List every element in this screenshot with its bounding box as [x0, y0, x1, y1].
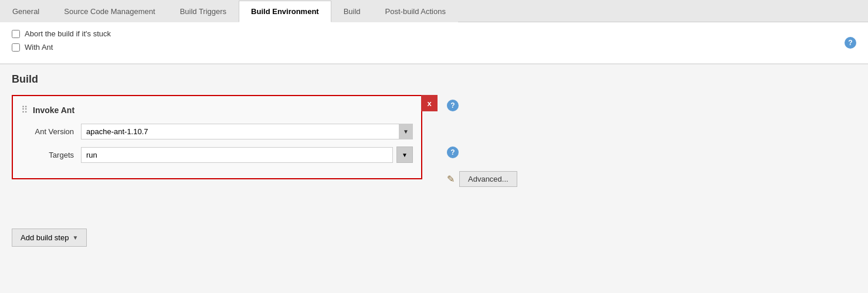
- tab-source-code-management[interactable]: Source Code Management: [52, 1, 167, 22]
- bottom-bar: Add build step ▼: [12, 222, 856, 254]
- targets-input[interactable]: [81, 147, 393, 163]
- ant-version-control: apache-ant-1.10.7 ▼: [81, 124, 413, 139]
- add-build-step-label: Add build step: [21, 233, 69, 242]
- ant-version-select[interactable]: apache-ant-1.10.7: [81, 124, 413, 139]
- tab-build-environment[interactable]: Build Environment: [239, 1, 331, 22]
- ant-version-select-wrapper: apache-ant-1.10.7 ▼: [81, 124, 413, 139]
- ant-version-label: Ant Version: [21, 127, 74, 136]
- advanced-area: ✎ Advanced...: [447, 171, 517, 187]
- tab-general[interactable]: General: [0, 1, 52, 22]
- build-section: Build ⠿ Invoke Ant Ant Version: [0, 64, 868, 293]
- abort-build-row: Abort the build if it's stuck: [12, 29, 856, 38]
- tab-post-build-actions[interactable]: Post-build Actions: [373, 1, 458, 22]
- env-help-icon[interactable]: ?: [845, 37, 856, 49]
- main-content: Abort the build if it's stuck With Ant ?…: [0, 22, 868, 293]
- invoke-ant-title: Invoke Ant: [33, 105, 74, 115]
- targets-help-icon[interactable]: ?: [447, 146, 459, 158]
- edit-icon: ✎: [447, 173, 455, 185]
- targets-dropdown-arrow-icon: ▼: [402, 152, 408, 158]
- targets-row: Targets ▼: [21, 146, 413, 163]
- page-wrapper: General Source Code Management Build Tri…: [0, 0, 868, 293]
- with-ant-row: With Ant: [12, 43, 856, 52]
- env-section: Abort the build if it's stuck With Ant ?: [0, 22, 868, 64]
- with-ant-label: With Ant: [25, 43, 53, 52]
- tab-build-triggers[interactable]: Build Triggers: [168, 1, 239, 22]
- drag-handle-icon[interactable]: ⠿: [21, 104, 28, 115]
- add-build-step-arrow-icon: ▼: [72, 234, 78, 241]
- ant-version-row: Ant Version apache-ant-1.10.7 ▼: [21, 124, 413, 139]
- targets-label: Targets: [21, 151, 74, 159]
- abort-build-checkbox[interactable]: [12, 30, 20, 38]
- advanced-button[interactable]: Advanced...: [459, 171, 517, 187]
- targets-dropdown-btn[interactable]: ▼: [396, 146, 413, 163]
- invoke-ant-card: ⠿ Invoke Ant Ant Version apache-ant-1.10…: [12, 95, 422, 179]
- close-invoke-ant-button[interactable]: x: [421, 95, 438, 111]
- targets-input-wrapper: ▼: [81, 146, 413, 163]
- add-build-step-button[interactable]: Add build step ▼: [12, 229, 87, 247]
- build-title: Build: [12, 73, 856, 86]
- env-help-float: ?: [845, 37, 856, 49]
- invoke-ant-help-icon[interactable]: ?: [447, 100, 459, 111]
- close-icon: x: [427, 99, 431, 108]
- with-ant-checkbox[interactable]: [12, 43, 20, 52]
- tab-build[interactable]: Build: [331, 1, 373, 22]
- invoke-ant-header: ⠿ Invoke Ant: [21, 104, 413, 115]
- abort-build-label: Abort the build if it's stuck: [25, 29, 111, 38]
- tabs-bar: General Source Code Management Build Tri…: [0, 0, 868, 22]
